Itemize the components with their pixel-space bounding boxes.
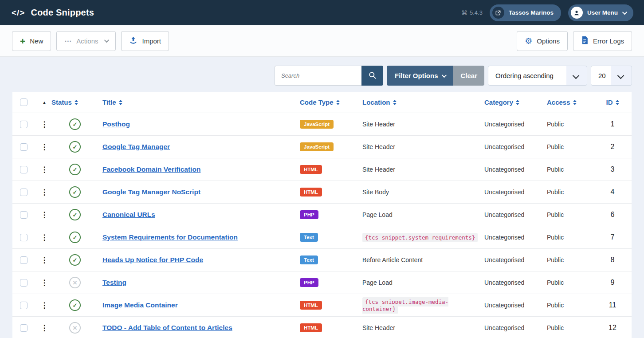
row-title-link[interactable]: Posthog [102, 120, 130, 128]
table-body: ⋮ ✓ Posthog JavaScript Site Header Uncat… [12, 113, 632, 338]
code-type-badge: Text [300, 233, 318, 242]
user-icon [571, 7, 583, 19]
id-value: 6 [611, 211, 615, 219]
access-value: Public [534, 143, 593, 150]
topbar: </> Code Snippets ⌘ 5.4.3 Tassos Marinos… [0, 0, 644, 25]
header-status[interactable]: Status [51, 98, 98, 106]
row-title-link[interactable]: Google Tag Manager NoScript [102, 188, 200, 196]
category-value: Uncategorised [480, 302, 534, 309]
external-link-icon [492, 7, 504, 19]
row-checkbox[interactable] [20, 121, 27, 128]
row-checkbox[interactable] [20, 256, 27, 264]
gear-icon: ⚙ [525, 37, 532, 45]
header-location[interactable]: Location [358, 98, 480, 106]
row-title-link[interactable]: Google Tag Manager [102, 143, 170, 150]
options-button[interactable]: ⚙ Options [517, 31, 568, 51]
kebab-menu-icon[interactable]: ⋮ [41, 324, 48, 332]
row-title-link[interactable]: System Requirements for Documentation [102, 233, 238, 241]
table-row: ⋮ ✓ Image Media Container HTML {tcs snip… [12, 294, 632, 317]
category-value: Uncategorised [480, 324, 534, 331]
row-title-link[interactable]: Testing [102, 279, 126, 286]
row-checkbox[interactable] [20, 143, 27, 151]
status-icon[interactable]: ✓ [69, 186, 81, 198]
new-button[interactable]: + New [12, 31, 51, 51]
location-value: Site Header [362, 324, 395, 331]
actions-button[interactable]: ⋯ Actions [56, 31, 116, 51]
topbar-right: ⌘ 5.4.3 Tassos Marinos User Menu [461, 4, 633, 21]
status-icon[interactable]: ✓ [69, 299, 81, 311]
row-title-link[interactable]: Heads Up Notice for PHP Code [102, 256, 203, 263]
row-checkbox[interactable] [20, 234, 27, 241]
table-row: ⋮ ✓ Google Tag Manager NoScript HTML Sit… [12, 181, 632, 204]
row-checkbox[interactable] [20, 279, 27, 287]
status-icon[interactable]: ✕ [69, 277, 81, 288]
user-menu-button[interactable]: User Menu [568, 4, 633, 21]
document-icon [581, 36, 589, 46]
plus-icon: + [20, 36, 25, 46]
row-title-link[interactable]: TODO - Add Table of Content to Articles [102, 324, 232, 331]
access-value: Public [534, 234, 593, 241]
category-value: Uncategorised [480, 279, 534, 286]
header-category[interactable]: Category [480, 98, 534, 106]
table-row: ⋮ ✕ Testing PHP Page Load Uncategorised … [12, 271, 632, 294]
list-limit-select[interactable]: 20 [591, 66, 632, 86]
row-checkbox[interactable] [20, 189, 27, 196]
row-title-link[interactable]: Canonical URLs [102, 211, 155, 218]
header-code-type[interactable]: Code Type [295, 98, 358, 106]
table-row: ⋮ ✓ Heads Up Notice for PHP Code Text Be… [12, 249, 632, 271]
table-row: ⋮ ✕ TODO - Add Table of Content to Artic… [12, 317, 632, 338]
status-icon[interactable]: ✕ [69, 322, 81, 334]
author-link-button[interactable]: Tassos Marinos [490, 4, 561, 21]
location-value: Site Body [362, 189, 389, 196]
kebab-menu-icon[interactable]: ⋮ [41, 256, 48, 264]
row-checkbox[interactable] [20, 166, 27, 173]
row-checkbox[interactable] [20, 302, 27, 309]
kebab-menu-icon[interactable]: ⋮ [41, 234, 48, 241]
id-value: 7 [611, 233, 615, 241]
location-value: {tcs snippet.system-requirements} [362, 233, 478, 242]
row-title-link[interactable]: Image Media Container [102, 301, 178, 309]
sort-icon [616, 100, 619, 105]
error-logs-button[interactable]: Error Logs [573, 31, 632, 51]
status-icon[interactable]: ✓ [69, 164, 81, 175]
kebab-menu-icon[interactable]: ⋮ [41, 279, 48, 287]
kebab-menu-icon[interactable]: ⋮ [41, 211, 48, 219]
kebab-menu-icon[interactable]: ⋮ [41, 189, 48, 196]
category-value: Uncategorised [480, 143, 534, 150]
access-value: Public [534, 166, 593, 173]
chevron-down-icon [104, 38, 109, 43]
ordering-sort-icon[interactable]: ▲ [43, 100, 47, 105]
kebab-menu-icon[interactable]: ⋮ [41, 302, 48, 309]
kebab-menu-icon[interactable]: ⋮ [41, 143, 48, 151]
select-all-checkbox[interactable] [20, 98, 27, 106]
status-icon[interactable]: ✓ [69, 209, 81, 220]
kebab-menu-icon[interactable]: ⋮ [41, 121, 48, 128]
kebab-menu-icon[interactable]: ⋮ [41, 166, 48, 173]
access-value: Public [534, 189, 593, 196]
header-title[interactable]: Title [98, 98, 295, 106]
status-icon[interactable]: ✓ [69, 232, 81, 243]
row-title-link[interactable]: Facebook Domain Verification [102, 165, 200, 173]
search-button[interactable] [361, 66, 383, 86]
search-input[interactable] [275, 66, 361, 86]
chevron-down-icon [622, 9, 627, 14]
access-value: Public [534, 256, 593, 263]
import-button[interactable]: Import [121, 31, 169, 51]
category-value: Uncategorised [480, 211, 534, 218]
clear-button[interactable]: Clear [453, 66, 484, 86]
page-title: Code Snippets [31, 8, 94, 18]
status-icon[interactable]: ✓ [69, 141, 81, 153]
header-id[interactable]: ID [606, 98, 619, 106]
header-access[interactable]: Access [534, 98, 593, 106]
user-menu-label: User Menu [587, 9, 618, 16]
filter-bar: Filter Options Clear Ordering ascending … [0, 57, 644, 86]
id-value: 11 [609, 301, 617, 309]
row-checkbox[interactable] [20, 211, 27, 219]
filter-options-button[interactable]: Filter Options [387, 66, 454, 86]
id-value: 2 [611, 143, 615, 151]
location-value: Page Load [362, 279, 393, 286]
status-icon[interactable]: ✓ [69, 118, 81, 130]
status-icon[interactable]: ✓ [69, 254, 81, 266]
row-checkbox[interactable] [20, 324, 27, 332]
ordering-select[interactable]: Ordering ascending [488, 66, 587, 86]
